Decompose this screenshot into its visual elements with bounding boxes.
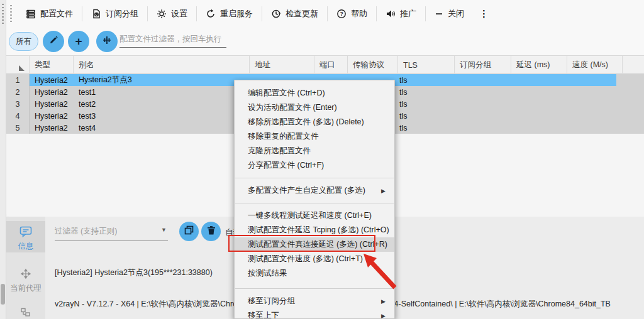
col-header-tls[interactable]: TLS: [398, 56, 455, 74]
copy-icon: [184, 225, 194, 237]
row-type: Hysteria2: [35, 74, 68, 86]
submenu-arrow-icon: ▶: [381, 188, 386, 194]
toolbar-restart-service-button[interactable]: 重启服务: [197, 4, 262, 24]
sliders-icon: [102, 35, 112, 48]
sidebar-item-network[interactable]: [6, 308, 45, 319]
annotation-red-box: [228, 235, 375, 252]
col-header-alias[interactable]: 别名: [74, 56, 250, 74]
toolbar-profiles-button[interactable]: 配置文件: [17, 4, 82, 24]
select-all-corner[interactable]: [6, 56, 30, 74]
toolbar-check-update-button[interactable]: 检查更新: [262, 4, 327, 24]
message-bubble-icon: [19, 230, 32, 239]
menu-item-label: 测试配置文件延迟 Tcping (多选) (Ctrl+O): [248, 225, 389, 235]
row-type: Hysteria2: [35, 122, 68, 134]
row-alias: test2: [79, 98, 96, 110]
row-tls: tls: [399, 74, 408, 86]
row-tls: tls: [399, 122, 408, 134]
subscription-group-icon: [91, 9, 101, 19]
help-icon: ?: [336, 9, 347, 19]
toolbar-overflow-button[interactable]: ⋮: [473, 8, 495, 19]
row-alias: test4: [79, 122, 96, 134]
clear-log-button[interactable]: [201, 222, 221, 241]
col-header-type[interactable]: 类型: [30, 56, 74, 74]
toolbar-promote-button[interactable]: 推广: [377, 4, 425, 24]
corner-triangle-icon: [19, 65, 25, 71]
toolbar-settings-button[interactable]: 设置: [148, 4, 196, 24]
menu-item-label: 一键多线程测试延迟和速度 (Ctrl+E): [248, 210, 372, 221]
promote-speaker-icon: [386, 9, 396, 19]
toolbar-check-update-label: 检查更新: [286, 8, 318, 19]
menu-item-label: 测试配置文件速度 (多选) (Ctrl+T): [248, 254, 363, 264]
sidebar-item-info[interactable]: 信息: [6, 221, 45, 252]
restart-service-icon: [206, 9, 216, 19]
submenu-arrow-icon: ▶: [381, 313, 386, 319]
row-number: 5: [6, 122, 30, 134]
svg-text:?: ?: [340, 11, 343, 17]
menu-item-move-up-down[interactable]: 移至上下▶: [235, 308, 394, 319]
sidebar-item-current-proxy[interactable]: 当前代理: [6, 268, 45, 294]
profile-filter-bar: 所有 +: [6, 28, 644, 55]
toolbar-help-button[interactable]: ? 帮助: [328, 4, 376, 24]
menu-item-label: 多配置文件产生自定义配置 (多选): [248, 185, 365, 196]
profile-filter-input[interactable]: [119, 33, 226, 48]
copy-log-button[interactable]: [179, 222, 199, 241]
row-alias: test3: [79, 110, 96, 122]
row-alias: Hysteria2节点3: [79, 74, 132, 86]
add-group-button[interactable]: +: [68, 31, 89, 52]
toolbar-subscription-group-button[interactable]: 订阅分组: [82, 4, 147, 24]
menu-separator: [235, 203, 394, 203]
row-tls: tls: [399, 98, 408, 110]
menu-item-move-to-group[interactable]: 移至订阅分组▶: [235, 294, 394, 308]
toolbar-settings-label: 设置: [171, 8, 187, 19]
edit-group-button[interactable]: [43, 31, 64, 52]
move-arrows-icon: [20, 273, 31, 281]
col-header-address[interactable]: 地址: [250, 56, 314, 74]
profiles-icon: [26, 9, 36, 19]
plus-icon: +: [75, 35, 82, 48]
chevron-down-icon: ▼: [161, 227, 167, 233]
row-type: Hysteria2: [35, 86, 68, 98]
menu-item-remove-duplicates[interactable]: 移除重复的配置文件: [235, 129, 394, 144]
row-number: 2: [6, 86, 30, 98]
toolbar-restart-service-label: 重启服务: [220, 8, 253, 19]
col-header-delay[interactable]: 延迟 (ms): [511, 56, 567, 74]
row-tls: tls: [399, 110, 408, 122]
main-toolbar: 配置文件 订阅分组 设置 重启服务 检查更新 ? 帮助: [6, 0, 644, 28]
col-header-speed[interactable]: 速度 (M/s): [567, 56, 623, 74]
group-all-button[interactable]: 所有: [9, 32, 38, 51]
trash-icon: [207, 225, 216, 237]
menu-item-multi-custom-config[interactable]: 多配置文件产生自定义配置 (多选)▶: [235, 183, 394, 198]
menu-item-clone-selected[interactable]: 克隆所选配置文件: [235, 144, 394, 158]
window-left-strip: [0, 0, 6, 319]
toolbar-subscription-group-label: 订阅分组: [106, 8, 138, 19]
log-filter-dropdown[interactable]: 过滤器 (支持正则) ▼: [55, 224, 168, 241]
column-settings-button[interactable]: [96, 31, 118, 52]
toolbar-profiles-label: 配置文件: [40, 8, 73, 19]
menu-separator: [235, 178, 394, 178]
menu-item-share-profile[interactable]: 分享配置文件 (Ctrl+F): [235, 158, 394, 173]
menu-item-label: 克隆所选配置文件: [248, 146, 311, 156]
window-gripper-dots: [2, 4, 4, 25]
menu-item-label: 移除重复的配置文件: [248, 131, 319, 142]
menu-item-label: 按测试结果: [248, 268, 287, 279]
menu-item-set-active-profile[interactable]: 设为活动配置文件 (Enter): [235, 100, 394, 115]
col-header-subscription[interactable]: 订阅分组: [455, 56, 511, 74]
left-scrollbar-thumb[interactable]: [1, 284, 5, 305]
row-number: 4: [6, 110, 30, 122]
menu-item-label: 移除所选配置文件 (多选) (Delete): [248, 117, 364, 127]
menu-item-remove-selected[interactable]: 移除所选配置文件 (多选) (Delete): [235, 115, 394, 129]
toolbar-gripper[interactable]: [10, 5, 12, 23]
row-number: 1: [6, 74, 30, 86]
col-header-port[interactable]: 端口: [314, 56, 348, 74]
network-nodes-icon: [20, 311, 31, 319]
col-header-transport[interactable]: 传输协议: [348, 56, 398, 74]
row-tls: tls: [399, 86, 408, 98]
menu-item-label: 设为活动配置文件 (Enter): [248, 102, 337, 113]
table-header-row: 类型 别名 地址 端口 传输协议 TLS 订阅分组 延迟 (ms) 速度 (M/…: [6, 56, 644, 74]
log-side-nav: 信息 当前代理: [6, 217, 45, 319]
pencil-icon: [48, 35, 58, 48]
toolbar-close-button[interactable]: 关闭: [426, 4, 473, 24]
menu-item-edit-profile[interactable]: 编辑配置文件 (Ctrl+D): [235, 86, 394, 100]
menu-item-multithread-test[interactable]: 一键多线程测试延迟和速度 (Ctrl+E): [235, 208, 394, 223]
sidebar-item-current-proxy-label: 当前代理: [6, 283, 45, 294]
